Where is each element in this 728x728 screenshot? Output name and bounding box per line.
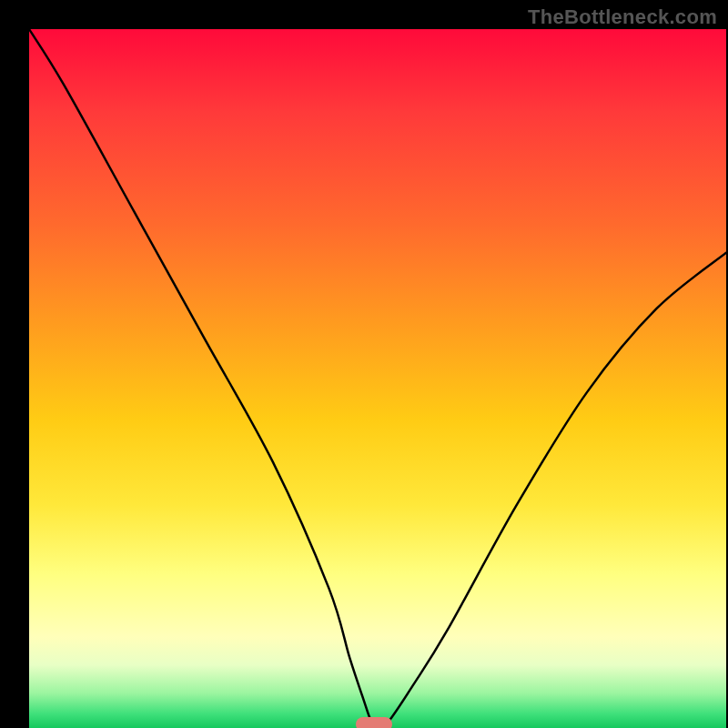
chart-frame: TheBottleneck.com (0, 0, 728, 728)
bottleneck-curve (29, 29, 726, 728)
watermark-text: TheBottleneck.com (528, 5, 717, 29)
plot-area (29, 29, 726, 728)
sweet-spot-marker (356, 717, 392, 728)
